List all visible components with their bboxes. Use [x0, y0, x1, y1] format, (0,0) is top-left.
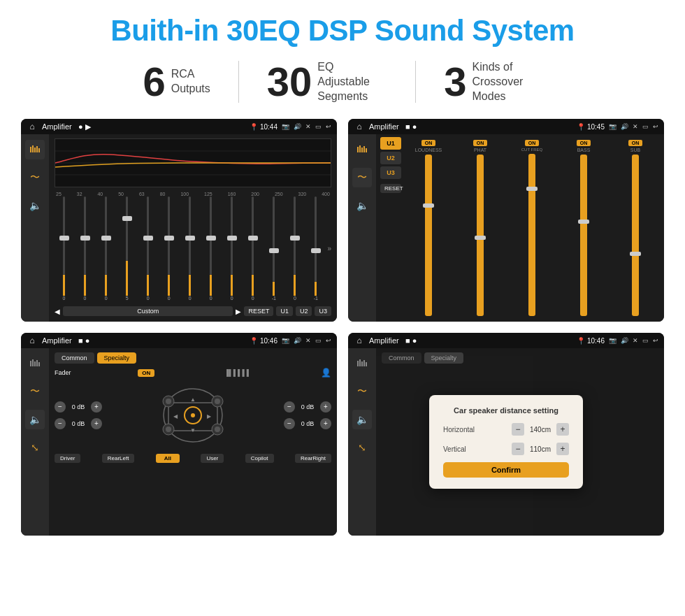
vol-minus-2[interactable]: −: [55, 418, 66, 429]
home-icon-2[interactable]: ⌂: [354, 121, 365, 132]
vol-left: − 0 dB + − 0 dB +: [55, 401, 102, 429]
screen-crossover: ⌂ Amplifier ■ ● 📍 10:45 📷 🔊 ✕ ▭ ↩: [348, 119, 664, 322]
page-title: Buith-in 30EQ DSP Sound System: [21, 14, 664, 48]
channel-u2-btn[interactable]: U2: [380, 152, 401, 164]
close-icon-3: ✕: [305, 337, 311, 344]
close-icon-4: ✕: [633, 337, 638, 344]
fader-row: Fader ON ▐▌▌▌▌▌ 👤: [55, 368, 331, 378]
eq-u3-btn[interactable]: U3: [315, 306, 331, 316]
side-icons-1: 〜 🔈: [21, 134, 49, 322]
camera-icon-1: 📷: [282, 123, 289, 130]
speaker-icon[interactable]: 🔈: [25, 196, 45, 215]
cutfreq-on-btn[interactable]: ON: [525, 140, 540, 146]
driver-btn[interactable]: Driver: [55, 454, 80, 463]
phat-label: PHAT: [474, 148, 486, 152]
svg-rect-10: [361, 148, 363, 152]
camera-icon-3: 📷: [282, 337, 289, 344]
vertical-plus-btn[interactable]: +: [556, 443, 569, 455]
window-icon-4: ▭: [642, 337, 649, 344]
speaker-icon-2[interactable]: 🔈: [352, 196, 372, 215]
distance-overlay: Car speaker distance setting Horizontal …: [348, 348, 664, 536]
channel-u3-btn[interactable]: U3: [380, 166, 401, 179]
eq-icon[interactable]: [25, 140, 45, 159]
dialog-horizontal-row: Horizontal − 140cm +: [443, 423, 569, 436]
vol-plus-1[interactable]: +: [91, 401, 102, 413]
vertical-label: Vertical: [443, 445, 482, 453]
vol-control-1: − 0 dB +: [55, 401, 102, 413]
horizontal-plus-btn[interactable]: +: [556, 423, 569, 436]
eq-u2-btn[interactable]: U2: [296, 306, 312, 316]
close-icon-2: ✕: [633, 123, 638, 130]
horizontal-minus-btn[interactable]: −: [512, 423, 524, 436]
eq-reset-btn[interactable]: RESET: [244, 306, 273, 316]
side-icons-2: 〜 🔈: [348, 134, 376, 322]
status-time-2: 📍 10:45: [577, 123, 605, 131]
copilot-btn[interactable]: Copilot: [245, 454, 274, 463]
tab-specialty[interactable]: Specialty: [97, 352, 137, 364]
home-icon-4[interactable]: ⌂: [354, 335, 365, 346]
vol-minus-3[interactable]: −: [284, 401, 295, 413]
svg-point-25: [215, 399, 220, 404]
status-title-1: Amplifier ● ▶: [42, 122, 245, 131]
horizontal-value: 140cm: [527, 426, 554, 434]
speaker-icon-3[interactable]: 🔈: [25, 410, 45, 429]
car-svg-area: ▲ ▼ ◀ ▶: [154, 382, 231, 448]
fader-on-btn[interactable]: ON: [138, 369, 154, 377]
eq-icon-3[interactable]: [25, 354, 45, 373]
camera-icon-4: 📷: [609, 337, 616, 344]
rearright-btn[interactable]: RearRight: [295, 454, 331, 463]
confirm-button[interactable]: Confirm: [443, 462, 569, 478]
back-icon-3[interactable]: ↩: [326, 337, 331, 344]
fader-slider[interactable]: ▐▌▌▌▌▌: [224, 369, 251, 376]
eq-nav-row: ◀ Custom ▶ RESET U1 U2 U3: [55, 303, 331, 317]
home-icon[interactable]: ⌂: [27, 121, 38, 132]
svg-rect-8: [357, 147, 359, 152]
rearleft-btn[interactable]: RearLeft: [102, 454, 135, 463]
eq-icon-2[interactable]: [352, 140, 372, 159]
svg-point-27: [166, 427, 171, 432]
bass-label: BASS: [577, 148, 591, 152]
wave-icon-3[interactable]: 〜: [25, 382, 45, 401]
crossover-main: U1 U2 U3 RESET ON LOUDNESS: [376, 134, 664, 322]
svg-point-21: [191, 413, 195, 417]
loudness-on-btn[interactable]: ON: [421, 140, 436, 146]
stat-rca-label: RCAOutputs: [171, 67, 210, 96]
user-btn[interactable]: User: [201, 454, 224, 463]
back-icon-4[interactable]: ↩: [653, 337, 658, 344]
tab-common[interactable]: Common: [55, 352, 94, 364]
screen-eq: ⌂ Amplifier ● ▶ 📍 10:44 📷 🔊 ✕ ▭ ↩: [21, 119, 337, 322]
status-title-4: Amplifier ■ ●: [369, 336, 572, 345]
vertical-minus-btn[interactable]: −: [512, 443, 524, 455]
all-btn[interactable]: All: [156, 454, 180, 463]
eq-u1-btn[interactable]: U1: [276, 306, 293, 316]
channel-u1-btn[interactable]: U1: [380, 137, 401, 150]
status-bar-1: ⌂ Amplifier ● ▶ 📍 10:44 📷 🔊 ✕ ▭ ↩: [21, 119, 337, 134]
vol-minus-4[interactable]: −: [284, 418, 295, 429]
back-icon-1[interactable]: ↩: [326, 123, 331, 130]
eq-graph: [55, 138, 331, 187]
stat-eq-label: EQ AdjustableSegments: [317, 60, 387, 103]
bass-on-btn[interactable]: ON: [577, 140, 591, 146]
vol-plus-3[interactable]: +: [320, 401, 331, 413]
status-bar-4: ⌂ Amplifier ■ ● 📍 10:46 📷 🔊 ✕ ▭ ↩: [348, 333, 664, 348]
crossover-reset-btn[interactable]: RESET: [380, 184, 401, 193]
home-icon-3[interactable]: ⌂: [27, 335, 38, 346]
stat-eq: 30 EQ AdjustableSegments: [239, 60, 416, 103]
eq-prev-btn[interactable]: ◀: [55, 308, 60, 315]
wave-icon-2[interactable]: 〜: [352, 168, 372, 187]
svg-point-23: [166, 399, 171, 404]
screenshots-grid: ⌂ Amplifier ● ▶ 📍 10:44 📷 🔊 ✕ ▭ ↩: [21, 119, 664, 536]
distance-dialog: Car speaker distance setting Horizontal …: [429, 395, 583, 489]
dialog-title: Car speaker distance setting: [443, 406, 569, 415]
vol-minus-1[interactable]: −: [55, 401, 66, 413]
sub-on-btn[interactable]: ON: [628, 140, 643, 146]
vol-plus-4[interactable]: +: [320, 418, 331, 429]
eq-next-btn[interactable]: ▶: [236, 308, 241, 315]
phat-on-btn[interactable]: ON: [473, 140, 488, 146]
vol-plus-2[interactable]: +: [91, 418, 102, 429]
vertical-val-row: − 110cm +: [512, 443, 569, 455]
wave-icon[interactable]: 〜: [25, 168, 45, 187]
back-icon-2[interactable]: ↩: [653, 123, 658, 130]
expand-icon-3[interactable]: ⤡: [25, 438, 45, 457]
status-time-1: 📍 10:44: [250, 123, 277, 131]
